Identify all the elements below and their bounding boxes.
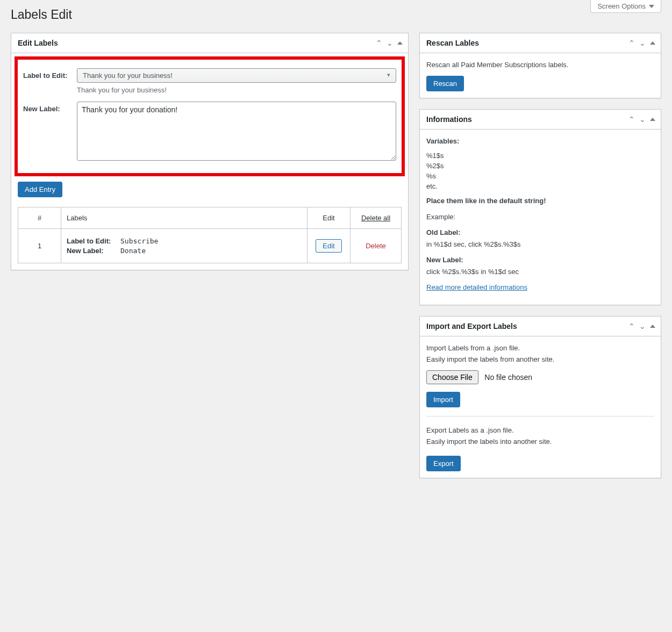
variables-list: %1$s %2$s %s etc.	[426, 152, 654, 190]
edit-labels-title: Edit Labels	[11, 33, 376, 53]
new-label-label: New Label:	[23, 102, 77, 162]
delete-all-link[interactable]: Delete all	[361, 214, 390, 222]
export-button[interactable]: Export	[426, 456, 461, 471]
old-label-text: in %1$d sec, click %2$s.%3$s	[426, 239, 654, 250]
variable-item: %s	[426, 172, 654, 180]
row-edit-button[interactable]: Edit	[316, 239, 341, 253]
file-status: No file chosen	[484, 373, 532, 382]
collapse-icon[interactable]	[650, 325, 655, 328]
new-label-text: click %2$s.%3$s in %1$d sec	[426, 267, 654, 277]
choose-file-button[interactable]: Choose File	[426, 370, 478, 384]
import-line1: Import Labels from a .json file.	[426, 343, 654, 354]
col-edit: Edit	[308, 207, 351, 229]
col-labels: Labels	[61, 207, 308, 229]
collapse-icon[interactable]	[650, 118, 655, 121]
table-row: 1 Label to Edit: Subscribe New Label: Do…	[18, 229, 402, 263]
row-delete-link[interactable]: Delete	[366, 242, 386, 250]
label-to-edit-helper: Thank you for your business!	[77, 86, 396, 94]
label-to-edit-value: Thank you for your business!	[83, 71, 173, 80]
read-more-link[interactable]: Read more detailed informations	[426, 283, 527, 291]
new-label-heading: New Label:	[426, 256, 463, 264]
rescan-button[interactable]: Rescan	[426, 76, 464, 91]
page-title: Labels Edit	[11, 0, 661, 33]
order-up-icon[interactable]: ⌃	[628, 39, 635, 47]
collapse-icon[interactable]	[650, 41, 655, 45]
label-to-edit-label: Label to Edit:	[23, 68, 77, 94]
row-label-to-edit-val: Subscribe	[120, 237, 158, 245]
export-line2: Easily import the labels into another si…	[426, 436, 654, 447]
screen-options-toggle[interactable]: Screen Options	[590, 0, 661, 13]
chevron-down-icon	[649, 5, 654, 8]
order-down-icon[interactable]: ⌄	[387, 39, 393, 47]
variable-item: %1$s	[426, 152, 654, 160]
collapse-icon[interactable]	[397, 41, 403, 45]
example-heading: Example:	[426, 212, 654, 222]
import-export-panel: Import and Export Labels ⌃ ⌄ Import Labe…	[419, 316, 661, 478]
row-number: 1	[18, 229, 61, 263]
rescan-title: Rescan Lables	[420, 33, 628, 53]
informations-panel: Informations ⌃ ⌄ Variables: %1$s %2$s %s…	[419, 109, 661, 305]
informations-title: Informations	[420, 110, 628, 129]
order-up-icon[interactable]: ⌃	[376, 39, 382, 47]
order-down-icon[interactable]: ⌄	[639, 322, 646, 330]
variable-item: %2$s	[426, 162, 654, 170]
old-label-heading: Old Label:	[426, 228, 461, 236]
col-num: #	[18, 207, 61, 229]
export-line1: Export Labels as a .json file.	[426, 425, 654, 436]
row-new-label-val: Donate	[120, 247, 146, 255]
order-down-icon[interactable]: ⌄	[639, 39, 646, 47]
order-up-icon[interactable]: ⌃	[628, 116, 635, 123]
labels-table: # Labels Edit Delete all 1 Label to Edit…	[18, 207, 402, 263]
add-entry-button[interactable]: Add Entry	[18, 182, 62, 197]
import-export-title: Import and Export Labels	[420, 317, 628, 336]
edit-labels-panel: Edit Labels ⌃ ⌄ Label to Edit: Thank you…	[11, 33, 409, 270]
row-new-label-key: New Label:	[67, 247, 115, 255]
rescan-panel: Rescan Lables ⌃ ⌄ Rescan all Paid Member…	[419, 33, 661, 98]
variables-heading: Variables:	[426, 136, 654, 147]
variable-item: etc.	[426, 182, 654, 190]
highlight-box: Label to Edit: Thank you for your busine…	[15, 56, 405, 176]
order-up-icon[interactable]: ⌃	[628, 322, 635, 330]
new-label-textarea[interactable]	[77, 102, 396, 161]
rescan-description: Rescan all Paid Member Subscriptions lab…	[426, 60, 654, 70]
row-label-to-edit-key: Label to Edit:	[67, 237, 115, 245]
label-to-edit-select[interactable]: Thank you for your business!	[77, 68, 396, 83]
place-note: Place them like in the default string!	[426, 196, 654, 206]
import-button[interactable]: Import	[426, 392, 460, 407]
screen-options-label: Screen Options	[597, 2, 646, 10]
order-down-icon[interactable]: ⌄	[639, 116, 646, 123]
import-line2: Easily import the labels from another si…	[426, 354, 654, 365]
